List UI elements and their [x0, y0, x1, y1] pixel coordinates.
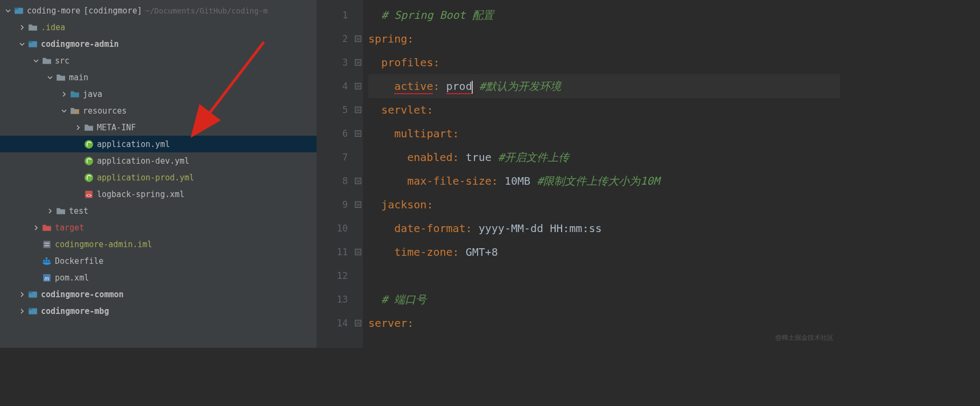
tree-item-mbg[interactable]: codingmore-mbg: [0, 303, 317, 319]
root-label: coding-more: [27, 6, 80, 16]
code-key: spring: [368, 32, 407, 45]
tree-root[interactable]: coding-more [codingmore] ~/Documents/Git…: [0, 2, 317, 19]
chevron-right-icon[interactable]: [18, 291, 26, 298]
tree-item-dockerfile[interactable]: Dockerfile: [0, 253, 317, 269]
chevron-right-icon[interactable]: [74, 124, 82, 131]
chevron-right-icon[interactable]: [18, 307, 26, 315]
line-number: 6: [317, 122, 348, 145]
root-suffix: [codingmore]: [83, 6, 142, 16]
tree-item-resources[interactable]: resources: [0, 102, 317, 119]
code-comment: # Spring Boot 配置: [381, 9, 494, 22]
fold-icon[interactable]: −: [355, 201, 361, 208]
chevron-down-icon[interactable]: [46, 74, 54, 81]
source-folder-icon: [70, 89, 80, 99]
tree-item-main[interactable]: main: [0, 69, 317, 86]
module-icon: [28, 290, 38, 299]
tree-label: META-INF: [97, 123, 136, 132]
code-value: true: [466, 151, 492, 164]
docker-file-icon: [42, 256, 52, 266]
chevron-down-icon[interactable]: [4, 7, 12, 15]
tree-item-target[interactable]: target: [0, 219, 317, 236]
tree-label: target: [55, 223, 84, 233]
svg-rect-12: [45, 245, 50, 246]
line-number: 13: [317, 288, 348, 311]
tree-label: codingmore-common: [41, 290, 124, 299]
fold-icon[interactable]: −: [355, 107, 361, 113]
spring-config-icon: [84, 173, 94, 183]
tree-item-test[interactable]: test: [0, 202, 317, 219]
fold-icon[interactable]: −: [355, 320, 361, 326]
code-value: yyyy-MM-dd HH:mm:ss: [479, 222, 602, 235]
maven-file-icon: m: [42, 273, 52, 283]
code-key: server: [368, 317, 407, 330]
code-value: 10MB: [505, 174, 530, 187]
code-key: date-format: [394, 222, 465, 235]
fold-icon[interactable]: −: [355, 36, 361, 42]
tree-label: src: [55, 56, 69, 66]
folder-icon: [42, 56, 52, 66]
svg-rect-15: [48, 260, 50, 261]
svg-rect-3: [29, 41, 32, 43]
tree-label: logback-spring.xml: [97, 190, 185, 199]
tree-item-pom[interactable]: m pom.xml: [0, 269, 317, 286]
chevron-right-icon[interactable]: [32, 224, 40, 232]
module-icon: [14, 6, 24, 16]
fold-icon[interactable]: −: [355, 83, 361, 89]
code-key: enabled: [407, 151, 452, 164]
module-icon: [28, 306, 38, 316]
fold-icon[interactable]: −: [355, 130, 361, 137]
fold-icon[interactable]: −: [355, 178, 361, 184]
tree-label: resources: [83, 106, 127, 116]
tree-label: main: [69, 73, 88, 82]
svg-rect-16: [46, 257, 47, 259]
tree-item-idea[interactable]: .idea: [0, 19, 317, 36]
code-key: profiles: [381, 56, 433, 69]
code-comment: #限制文件上传大小为10M: [537, 174, 660, 187]
tree-label: Dockerfile: [55, 256, 103, 266]
line-number: 9: [317, 193, 348, 216]
chevron-right-icon[interactable]: [46, 207, 54, 215]
code-comment: #默认为开发环境: [479, 80, 561, 93]
fold-icon[interactable]: −: [355, 59, 361, 66]
svg-rect-1: [15, 8, 18, 9]
svg-rect-13: [43, 260, 45, 261]
code-editor[interactable]: 1 2 3 4 5 6 7 8 9 10 11 12 13 14 − − − −…: [317, 0, 840, 348]
code-area[interactable]: # Spring Boot 配置 spring: profiles: activ…: [363, 0, 840, 348]
chevron-down-icon[interactable]: [18, 40, 26, 48]
tree-label: test: [69, 206, 88, 216]
code-key: servlet: [381, 103, 426, 116]
line-number: 10: [317, 216, 348, 240]
tree-item-application-yml[interactable]: application.yml: [0, 136, 317, 152]
tree-item-logback[interactable]: <> logback-spring.xml: [0, 186, 317, 202]
svg-text:<>: <>: [86, 192, 92, 198]
line-number: 12: [317, 264, 348, 288]
tree-label: application-prod.yml: [97, 173, 194, 183]
code-key: max-file-size: [407, 174, 492, 187]
tree-label: application.yml: [97, 139, 170, 149]
svg-rect-20: [29, 291, 32, 293]
fold-icon[interactable]: −: [355, 249, 361, 255]
tree-item-admin[interactable]: codingmore-admin: [0, 36, 317, 52]
module-icon: [28, 39, 38, 49]
tree-item-src[interactable]: src: [0, 52, 317, 69]
chevron-down-icon[interactable]: [32, 57, 40, 65]
tree-label: codingmore-admin.iml: [55, 240, 152, 249]
tree-item-common[interactable]: codingmore-common: [0, 286, 317, 303]
tree-item-application-prod[interactable]: application-prod.yml: [0, 169, 317, 186]
chevron-right-icon[interactable]: [60, 90, 68, 98]
excluded-folder-icon: [42, 223, 52, 233]
project-tree-panel[interactable]: coding-more [codingmore] ~/Documents/Git…: [0, 0, 317, 348]
tree-item-java[interactable]: java: [0, 86, 317, 102]
tree-item-application-dev[interactable]: application-dev.yml: [0, 152, 317, 169]
tree-item-iml[interactable]: codingmore-admin.iml: [0, 236, 317, 253]
line-number: 2: [317, 27, 348, 51]
chevron-down-icon[interactable]: [60, 107, 68, 115]
svg-rect-11: [45, 242, 50, 243]
chevron-right-icon[interactable]: [18, 24, 26, 31]
svg-point-7: [85, 173, 93, 182]
tree-item-metainf[interactable]: META-INF: [0, 119, 317, 136]
svg-point-6: [85, 157, 93, 165]
svg-rect-4: [75, 110, 79, 113]
text-caret: [472, 81, 473, 94]
line-number: 7: [317, 145, 348, 169]
